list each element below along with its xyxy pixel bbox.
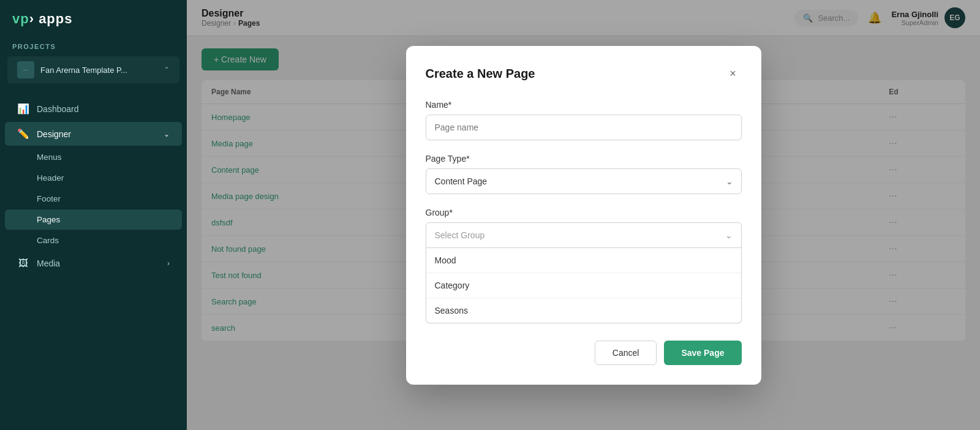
cancel-button[interactable]: Cancel [595, 341, 657, 365]
sidebar-item-dashboard[interactable]: 📊 Dashboard [5, 97, 182, 121]
sidebar-item-media[interactable]: 🖼 Media › [5, 252, 182, 275]
project-chevron-icon: ⌃ [164, 66, 170, 74]
project-name: Fan Arerna Template P... [40, 66, 157, 75]
group-select-trigger[interactable]: Select Group ⌄ [426, 222, 742, 248]
sidebar-item-header[interactable]: Header [5, 168, 182, 188]
create-page-modal: Create a New Page × Name* Page Type* Con… [406, 46, 761, 385]
save-page-button[interactable]: Save Page [664, 341, 741, 365]
modal-close-button[interactable]: × [725, 66, 742, 83]
logo: vp› apps [0, 0, 187, 38]
group-chevron-icon: ⌄ [725, 230, 733, 240]
sidebar-item-label-designer: Designer [37, 129, 71, 139]
group-option-seasons[interactable]: Seasons [426, 298, 741, 323]
sidebar-nav: 📊 Dashboard ✏️ Designer ⌄ Menus Header F… [0, 96, 187, 276]
media-chevron-icon: › [167, 259, 170, 268]
group-dropdown-container: Select Group ⌄ Mood Category Seasons [426, 222, 742, 323]
sidebar-item-designer[interactable]: ✏️ Designer ⌄ [5, 122, 182, 146]
modal-header: Create a New Page × [426, 66, 742, 83]
group-label: Group* [426, 208, 742, 217]
sidebar-item-pages[interactable]: Pages [5, 209, 182, 230]
group-option-category[interactable]: Category [426, 273, 741, 298]
main-content: Designer Designer › Pages 🔍 Search... 🔔 … [187, 0, 980, 430]
page-type-select[interactable]: Content Page [426, 168, 742, 194]
project-icon: ··· [17, 61, 34, 78]
sidebar-item-label-dashboard: Dashboard [37, 104, 79, 114]
sidebar-item-menus[interactable]: Menus [5, 147, 182, 167]
designer-subnav: Menus Header Footer Pages Cards [0, 147, 187, 251]
modal-footer: Cancel Save Page [426, 341, 742, 365]
page-type-label: Page Type* [426, 154, 742, 164]
project-selector[interactable]: ··· Fan Arerna Template P... ⌃ [7, 56, 179, 83]
page-type-field-group: Page Type* Content Page ⌄ [426, 154, 742, 194]
sidebar: vp› apps PROJECTS ··· Fan Arerna Templat… [0, 0, 187, 430]
modal-overlay[interactable]: Create a New Page × Name* Page Type* Con… [187, 0, 980, 430]
group-placeholder: Select Group [435, 230, 485, 240]
sidebar-item-cards[interactable]: Cards [5, 230, 182, 251]
modal-title: Create a New Page [426, 67, 535, 81]
group-field-group: Group* Select Group ⌄ Mood Category Seas… [426, 208, 742, 323]
designer-icon: ✏️ [17, 128, 29, 140]
group-options-list: Mood Category Seasons [426, 248, 742, 323]
designer-chevron-icon: ⌄ [164, 130, 170, 138]
group-option-mood[interactable]: Mood [426, 248, 741, 273]
sidebar-item-label-media: Media [37, 258, 60, 268]
name-label: Name* [426, 100, 742, 110]
dashboard-icon: 📊 [17, 103, 29, 115]
media-icon: 🖼 [17, 258, 29, 269]
sidebar-item-footer[interactable]: Footer [5, 189, 182, 209]
page-name-input[interactable] [426, 115, 742, 140]
projects-section-label: PROJECTS [0, 38, 187, 54]
page-type-select-wrapper: Content Page ⌄ [426, 168, 742, 194]
name-field-group: Name* [426, 100, 742, 140]
